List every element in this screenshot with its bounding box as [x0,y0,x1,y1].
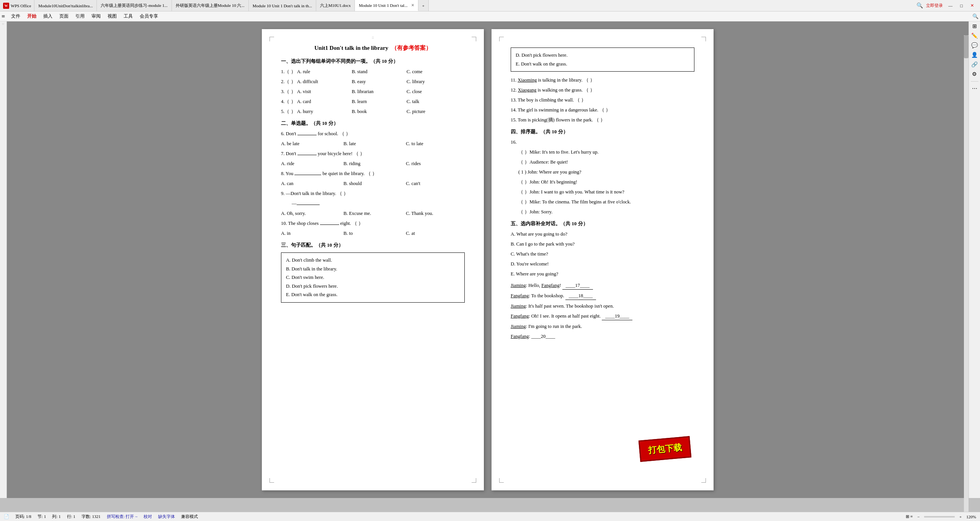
q13: 13. The boy is climbing the wall. （ ） [511,96,694,104]
menu-start[interactable]: 开始 [24,12,39,20]
corner-tl-p2 [499,37,504,41]
zoom-level: 120% [966,514,976,519]
corner-bl [270,478,274,483]
q6-opts: A. be late B. late C. to late [281,140,465,147]
q16-d1: （ ）Mike: It's ten to five. Let's hurry u… [518,148,694,156]
jiaming-name: Jiaming [511,283,526,288]
title-bar-right: 🔍 立即登录 — □ ✕ [916,2,976,9]
menu-insert[interactable]: 插入 [40,12,56,20]
file-menu-icon[interactable]: ≡ [2,13,5,20]
tab-new[interactable]: + [418,0,429,11]
tab-wps[interactable]: W WPS Office [0,0,34,11]
sidebar-icon-4[interactable]: 👤 [971,52,978,58]
zoom-slider[interactable] [924,516,955,518]
zoom-out-btn[interactable]: − [917,514,920,519]
sidebar-icon-1[interactable]: ⊞ [972,23,977,29]
q16-d6: （ ）Mike: To the cinema. The film begins … [518,198,694,206]
tab-7-active[interactable]: Module 10 Unit 1 Don't tal... ✕ [355,0,418,11]
tab-4[interactable]: 外研版英语六年级上册Module 10 六... [172,0,249,11]
box-item-E: E. Don't walk on the grass. [286,290,460,299]
q7-C: C. rides [406,161,421,166]
search-box[interactable]: 🔍 [972,13,978,20]
view-toggle-icons[interactable]: ⊞ ≡ [906,514,913,519]
q8-opts: A. can B. should C. can't [281,180,465,187]
q1: 1.（ ） A. rule B. stand C. come [281,68,465,75]
jiaming-name2: Jiaming [511,303,526,309]
box-item-D: D. Don't pick flowers here. [286,282,460,291]
tab-wps-label: WPS Office [11,3,31,8]
zoom-in-btn[interactable]: + [959,514,962,519]
sidebar-icon-2[interactable]: ✏️ [971,33,978,39]
q3-A: A. visit [297,88,351,95]
fangfang-name2: Fangfang [511,313,529,319]
q1-num: 1.（ ） [281,69,296,74]
menu-vip[interactable]: 会员专享 [137,12,161,20]
status-font[interactable]: 缺失字体 [158,514,175,519]
q5-num: 5.（ ） [281,109,296,114]
search-icon[interactable]: 🔍 [916,2,923,9]
q8-C: C. can't [406,181,420,186]
q11: 11. Xiaoming is talking in the library. … [511,76,694,84]
q8-text: 8. You be quiet in the library. （ ） [281,171,377,176]
menu-page[interactable]: 页面 [56,12,72,20]
q10-text: 10. The shop closes eight. （ ） [281,221,363,226]
s5-optA: A. What are you going to do? [511,230,694,238]
q9-C: C. Thank you. [406,211,433,216]
wps-logo: W [3,3,9,9]
dlg4: Fangfang: Oh! I see. It opens at half pa… [511,312,694,320]
tab-6-label: 六上M10U1.docx [320,3,351,8]
menu-review[interactable]: 审阅 [88,12,104,20]
sidebar-icon-6[interactable]: ⚙ [972,71,977,77]
q10-opts: A. in B. to C. at [281,229,465,237]
status-review[interactable]: 校对 [144,514,152,519]
section4-header: 四、排序题。（共 10 分） [511,128,694,135]
doc-page-2: D. Don't pick flowers here. E. Don't wal… [492,29,714,490]
jiaming-name3: Jiaming [511,324,526,329]
dlg2: Fangfang: To the bookshop. ____18____ [511,292,694,300]
q7: 7. Don't your bicycle here! （ ） [281,150,465,157]
q3-C: C. close [407,89,422,94]
tab-3-label: 六年级上册英语同步练习-module 1... [101,3,167,8]
tab-4-label: 外研版英语六年级上册Module 10 六... [176,3,245,8]
download-banner[interactable]: 打包下载 [639,436,691,462]
menu-ref[interactable]: 引用 [72,12,88,20]
drag-handle[interactable]: :: [372,35,374,39]
q14-text: 14. The girl is swimming in a dangerous … [511,107,611,113]
menu-view[interactable]: 视图 [105,12,120,20]
box-item-C: C. Don't swim here. [286,273,460,282]
tab-2-label: Module10UnitDon'ttalkinlibra... [38,3,93,8]
main-scrollbar[interactable] [964,35,969,512]
tab-close-icon[interactable]: ✕ [411,3,414,7]
sidebar-icon-3[interactable]: 💬 [971,42,978,49]
tab-6[interactable]: 六上M10U1.docx [316,0,355,11]
tab-3[interactable]: 六年级上册英语同步练习-module 1... [97,0,172,11]
q9-sub: — [292,200,465,207]
s5-optB: B. Can I go to the park with you? [511,240,694,248]
main-area: :: :: Unit1 Don't talk in the library （有… [0,21,980,498]
q5-B: B. book [352,108,405,115]
corner-br [472,478,476,483]
login-btn[interactable]: 立即登录 [926,3,943,8]
q4-num: 4.（ ） [281,99,296,104]
maximize-btn[interactable]: □ [958,3,965,8]
q1-A: A. rule [297,68,351,75]
q13-text: 13. The boy is climbing the wall. （ ） [511,97,586,103]
sidebar-icon-5[interactable]: 🔗 [971,61,978,68]
tab-5[interactable]: Module 10 Unit 1 Don't talk in th... [249,0,316,11]
close-btn[interactable]: ✕ [968,3,976,8]
status-row: 行: 1 [67,514,75,519]
menu-file[interactable]: 文件 [8,12,23,20]
section3-header: 三、句子匹配。（共 10 分） [281,242,465,249]
status-spelling[interactable]: 拼写检查: 打开 ~ [107,514,138,519]
fangfang-name3: Fangfang [511,334,529,339]
q14: 14. The girl is swimming in a dangerous … [511,106,694,114]
tab-2[interactable]: Module10UnitDon'ttalkinlibra... [34,0,97,11]
minimize-btn[interactable]: — [946,3,955,8]
fangfang-name1: Fangfang [511,293,529,298]
sidebar-icon-7[interactable]: ⋯ [972,85,977,92]
q10: 10. The shop closes eight. （ ） [281,220,465,227]
scroll-thumb[interactable] [964,35,969,58]
q9-subtext: — [292,201,320,206]
menu-tools[interactable]: 工具 [121,12,136,20]
pages-area[interactable]: :: Unit1 Don't talk in the library （有参考答… [7,21,969,498]
